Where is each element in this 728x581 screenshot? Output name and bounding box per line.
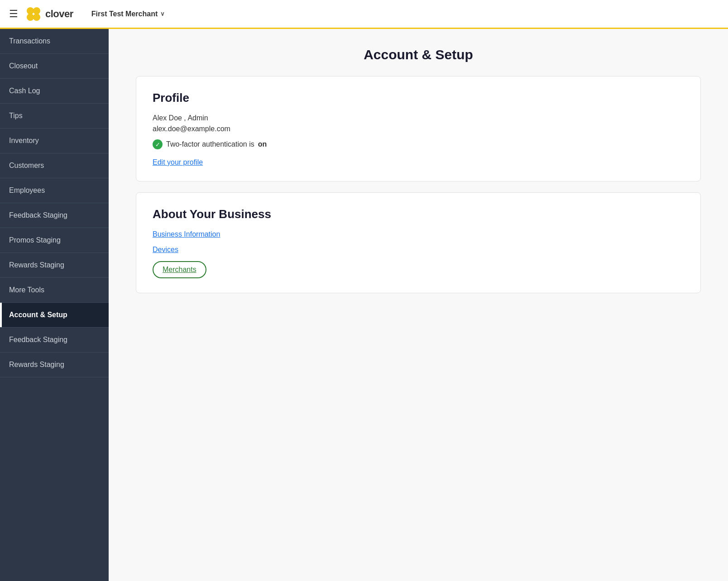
tfa-text: Two-factor authentication is [166,140,254,148]
sidebar-item-label: Rewards Staging [9,261,64,269]
profile-card: Profile Alex Doe , Admin alex.doe@exampl… [136,76,701,181]
sidebar-item-label: Rewards Staging [9,361,64,369]
sidebar-item-transactions[interactable]: Transactions [0,29,109,54]
sidebar-item-customers[interactable]: Customers [0,153,109,178]
profile-card-title: Profile [153,91,684,105]
sidebar-item-closeout[interactable]: Closeout [0,54,109,79]
business-card-title: About Your Business [153,207,684,221]
sidebar-item-account-setup[interactable]: Account & Setup [0,303,109,328]
sidebar-item-inventory[interactable]: Inventory [0,129,109,153]
sidebar-item-label: Cash Log [9,87,40,95]
edit-profile-link[interactable]: Edit your profile [153,158,203,167]
sidebar-item-label: Tips [9,112,23,120]
svg-point-3 [33,14,40,21]
sidebar-item-more-tools[interactable]: More Tools [0,278,109,303]
merchant-name: First Test Merchant [91,10,158,18]
sidebar-item-feedback-staging[interactable]: Feedback Staging [0,203,109,228]
business-link-business-info[interactable]: Business Information [153,230,220,238]
business-link-devices[interactable]: Devices [153,246,178,254]
sidebar-item-promos-staging[interactable]: Promos Staging [0,228,109,253]
svg-point-2 [27,14,34,21]
business-card: About Your Business Business Information… [136,192,701,293]
app-layout: TransactionsCloseoutCash LogTipsInventor… [0,29,728,581]
chevron-down-icon: ∨ [160,10,165,17]
profile-email: alex.doe@example.com [153,125,684,133]
tfa-row: ✓ Two-factor authentication is on [153,139,684,149]
sidebar-item-label: Transactions [9,37,50,45]
sidebar-item-rewards-staging-2[interactable]: Rewards Staging [0,352,109,377]
sidebar-item-label: Customers [9,162,44,170]
page-title: Account & Setup [136,47,701,62]
tfa-status: on [258,140,267,148]
sidebar-item-label: Promos Staging [9,236,61,244]
merchant-selector[interactable]: First Test Merchant ∨ [91,10,165,18]
sidebar-item-label: More Tools [9,286,44,294]
hamburger-button[interactable]: ☰ [9,9,18,19]
business-links-container: Business InformationDevices [153,230,684,254]
svg-point-0 [27,7,34,14]
clover-logo-icon [25,6,42,22]
merchants-button[interactable]: Merchants [153,261,206,278]
profile-name: Alex Doe , Admin [153,114,684,122]
tfa-check-icon: ✓ [153,139,163,149]
sidebar-item-label: Feedback Staging [9,211,67,219]
logo-text: clover [45,8,73,20]
sidebar-item-label: Account & Setup [9,311,67,319]
sidebar-item-label: Feedback Staging [9,336,67,344]
sidebar-item-label: Employees [9,186,45,195]
svg-point-1 [33,7,40,14]
sidebar-item-cash-log[interactable]: Cash Log [0,79,109,104]
header: ☰ clover First Test Merchant ∨ [0,0,728,29]
sidebar-item-label: Inventory [9,137,39,145]
sidebar: TransactionsCloseoutCash LogTipsInventor… [0,29,109,581]
sidebar-item-rewards-staging[interactable]: Rewards Staging [0,253,109,278]
sidebar-item-label: Closeout [9,62,38,70]
sidebar-item-employees[interactable]: Employees [0,178,109,203]
sidebar-item-tips[interactable]: Tips [0,104,109,129]
logo: clover [25,6,73,22]
sidebar-item-feedback-staging-2[interactable]: Feedback Staging [0,328,109,352]
main-content: Account & Setup Profile Alex Doe , Admin… [109,29,728,581]
